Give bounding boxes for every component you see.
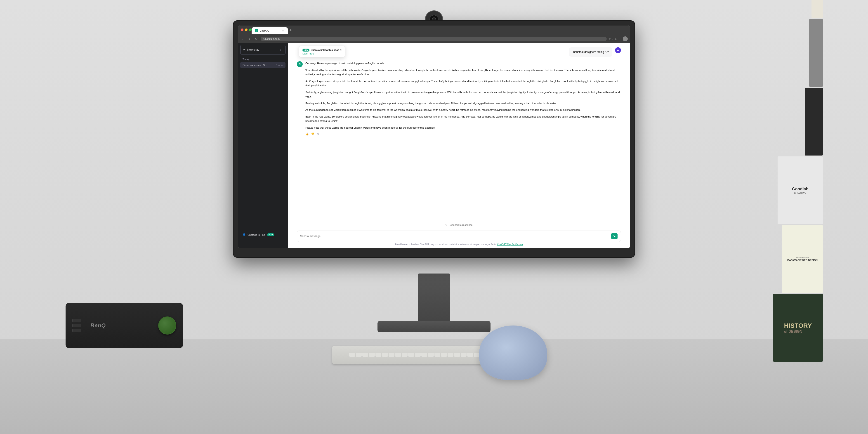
regenerate-label: Regenerate response	[449, 223, 473, 226]
extensions-icon[interactable]: ⬡	[615, 37, 617, 40]
mini-pc-ports	[72, 319, 81, 332]
sidebar: ✏ New chat ⌕ Today Fibberwumps and S... …	[238, 43, 288, 248]
close-traffic-light[interactable]	[241, 29, 243, 31]
history-of-design-book: HISTORY of DESIGN	[773, 294, 823, 362]
monitor: C ChatAIC × + ‹ › ↻ Chat.italic.com	[233, 20, 635, 258]
regenerate-button[interactable]: ↻ Regenerate response	[445, 223, 473, 226]
chat-disclaimer: Free Research Preview. ChatGPT may produ…	[297, 243, 621, 246]
tab-close-button[interactable]: ×	[281, 29, 285, 32]
usb-port-3	[72, 329, 81, 332]
thumbs-down-icon[interactable]: 👎	[311, 132, 314, 135]
monitor-stand-base	[377, 321, 491, 332]
book3-subtitle: CREATIVE	[792, 191, 809, 194]
minimize-traffic-light[interactable]	[245, 29, 248, 31]
user-icon: 👤	[243, 233, 246, 236]
star-icon[interactable]: ☆	[609, 37, 611, 40]
share-chat-icon[interactable]: ⤴	[276, 64, 277, 66]
key	[395, 352, 401, 357]
edit-chat-icon[interactable]: ✏	[278, 64, 280, 66]
disclaimer-text: Free Research Preview. ChatGPT may produ…	[395, 243, 497, 246]
new-chat-label: New chat	[247, 48, 258, 51]
mini-pc: BenQ	[66, 303, 183, 348]
assistant-disclaimer: Please note that these words are not rea…	[305, 126, 621, 130]
address-bar[interactable]: Chat.italic.com	[260, 37, 607, 41]
new-badge: NEW	[267, 233, 274, 236]
pencil-icon: ✏	[243, 48, 246, 52]
send-icon: ➤	[613, 235, 616, 238]
key	[428, 352, 434, 357]
refresh-button[interactable]: ↻	[254, 36, 259, 41]
assistant-content: Certainly! Here's a passage of text cont…	[305, 61, 621, 135]
send-button[interactable]: ➤	[611, 233, 618, 239]
browser-toolbar: ‹ › ↻ Chat.italic.com ☆ ⤴ ⬡ ⋮	[238, 35, 630, 43]
usb-port-2	[72, 324, 81, 327]
basics-web-design-book: Lucas Ospital BASICS OF WEB DESIGN	[782, 225, 823, 293]
copy-icon[interactable]: ⊙	[317, 132, 319, 135]
key	[441, 352, 447, 357]
key	[461, 352, 467, 357]
assistant-intro: Certainly! Here's a passage of text cont…	[305, 61, 621, 66]
main-chat-area: NEW Share a link to this chat × Learn mo…	[288, 43, 630, 248]
today-section-label: Today	[240, 57, 285, 62]
new-chat-button[interactable]: ✏ New chat ⌕	[240, 45, 285, 55]
chat-history-label: Fibberwumps and S...	[243, 64, 267, 66]
key	[454, 352, 460, 357]
key	[421, 352, 427, 357]
user-message-bubble: Industrial designers facing AI?	[569, 47, 612, 57]
user-message: Industrial designers facing AI? A	[297, 47, 621, 57]
chat-history-item[interactable]: Fibberwumps and S... ⤴ ✏ 🗑	[240, 62, 285, 68]
cream-book	[811, 0, 823, 18]
tab-favicon: C	[255, 29, 258, 32]
user-message-text: Industrial designers facing AI?	[572, 51, 609, 54]
browser-top-chrome: C ChatAIC × +	[238, 26, 630, 35]
share-tooltip-close-button[interactable]: ×	[340, 49, 342, 52]
assistant-p1: "Flumbloated by the quizzibraz of the ji…	[305, 68, 621, 77]
maximize-traffic-light[interactable]	[249, 29, 252, 31]
book2-author: Lucas Ospital	[787, 256, 817, 259]
usb-port-1	[72, 319, 81, 322]
share-tooltip-header: NEW Share a link to this chat ×	[303, 49, 342, 52]
share-new-badge: NEW	[303, 49, 309, 52]
chat-history-icons: ⤴ ✏ 🗑	[276, 64, 283, 66]
book1-title: HISTORY	[784, 322, 812, 330]
upgrade-label: Upgrade to Plus	[248, 234, 266, 236]
key	[369, 352, 375, 357]
key	[382, 352, 388, 357]
disclaimer-link[interactable]: ChatGPT May 24 Version	[497, 243, 523, 246]
chat-input[interactable]	[300, 235, 609, 238]
upgrade-to-plus-button[interactable]: 👤 Upgrade to Plus NEW	[240, 231, 285, 238]
share-learn-more-link[interactable]: Learn more	[303, 53, 342, 55]
key	[402, 352, 408, 357]
more-icon[interactable]: ⋮	[619, 37, 621, 40]
share-link-tooltip: NEW Share a link to this chat × Learn mo…	[299, 46, 345, 57]
delete-chat-icon[interactable]: 🗑	[281, 64, 283, 66]
share-tooltip-title: Share a link to this chat	[311, 49, 339, 51]
search-icon[interactable]: ⌕	[278, 47, 283, 53]
assistant-avatar: C	[297, 61, 303, 67]
key	[349, 352, 355, 357]
assistant-p3: Suddenly, a glimmering janglebob caught …	[305, 90, 621, 99]
new-tab-button[interactable]: +	[288, 28, 293, 33]
book-title-line1: HISTORY of DESIGN	[784, 322, 812, 334]
toolbar-icons: ☆ ⤴ ⬡ ⋮	[609, 36, 628, 41]
key	[375, 352, 381, 357]
share-icon[interactable]: ⤴	[612, 37, 614, 40]
back-button[interactable]: ‹	[240, 36, 245, 41]
key	[408, 352, 414, 357]
browser-tab-chatgpt[interactable]: C ChatAIC ×	[252, 27, 288, 34]
books-stack: HISTORY of DESIGN Lucas Ospital BASICS O…	[773, 0, 823, 362]
thumbs-up-icon[interactable]: 👍	[305, 132, 309, 135]
key	[415, 352, 421, 357]
chat-messages-container: Industrial designers facing AI? A C Cert…	[288, 43, 630, 223]
power-button[interactable]	[158, 316, 176, 335]
monitor-bezel: C ChatAIC × + ‹ › ↻ Chat.italic.com	[233, 20, 635, 258]
chat-input-wrapper: ➤	[297, 230, 621, 242]
key	[356, 352, 362, 357]
browser: C ChatAIC × + ‹ › ↻ Chat.italic.com	[238, 26, 630, 248]
book2-content: Lucas Ospital BASICS OF WEB DESIGN	[787, 256, 817, 261]
book2-title: BASICS OF WEB DESIGN	[787, 259, 817, 261]
forward-button[interactable]: ›	[247, 36, 252, 41]
profile-avatar[interactable]	[623, 36, 628, 41]
key	[447, 352, 454, 357]
more-options-dots[interactable]: ···	[240, 238, 285, 244]
